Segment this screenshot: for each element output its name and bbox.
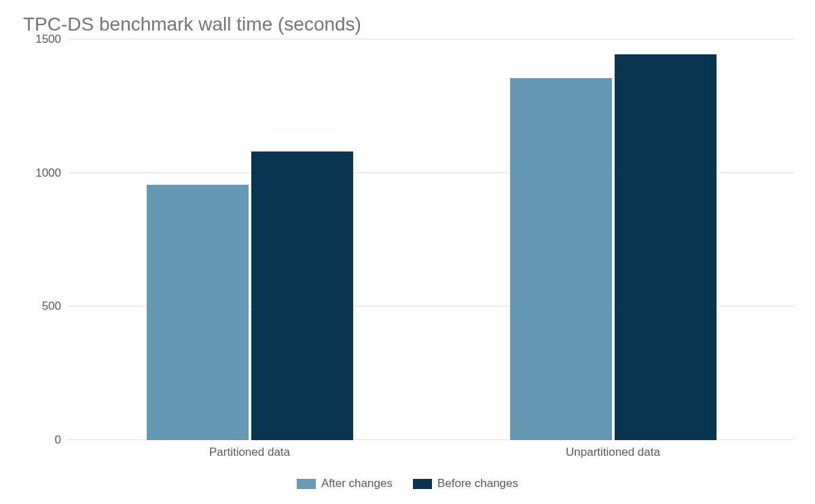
x-label: Unpartitioned data (431, 440, 795, 459)
bar-unpartitioned-before (615, 54, 717, 440)
x-label: Partitioned data (68, 440, 431, 459)
legend: After changes Before changes (20, 477, 795, 490)
chart-container: TPC-DS benchmark wall time (seconds) 0 5… (0, 0, 815, 504)
legend-item-before: Before changes (413, 477, 518, 490)
y-tick: 500 (20, 300, 61, 313)
group-partitioned (68, 39, 431, 440)
y-axis: 0 500 1000 1500 (20, 39, 68, 440)
bar-partitioned-before (251, 151, 353, 440)
swatch-icon (297, 479, 316, 489)
bar-partitioned-after (147, 185, 249, 440)
legend-label: Before changes (437, 477, 518, 490)
legend-item-after: After changes (297, 477, 393, 490)
bar-groups (68, 39, 795, 440)
plot-area (68, 39, 795, 440)
swatch-icon (413, 479, 432, 489)
x-axis: Partitioned data Unpartitioned data (68, 440, 795, 459)
y-tick: 1500 (20, 33, 61, 46)
y-tick: 1000 (20, 166, 61, 180)
chart-title: TPC-DS benchmark wall time (seconds) (23, 14, 795, 35)
group-unpartitioned (431, 39, 795, 440)
plot-wrap: 0 500 1000 1500 (20, 39, 795, 440)
legend-label: After changes (321, 477, 393, 490)
y-tick: 0 (20, 433, 61, 447)
bar-unpartitioned-after (510, 78, 612, 440)
